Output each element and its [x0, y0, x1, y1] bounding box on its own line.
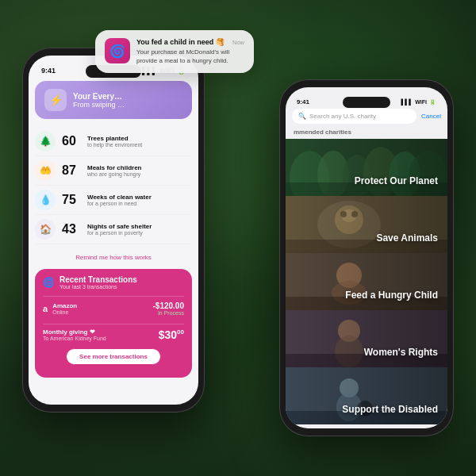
charity-feed-child[interactable]: Feed a Hungry Child: [286, 253, 447, 310]
charity-protect-planet[interactable]: Protect Our Planet: [286, 139, 447, 196]
remind-link[interactable]: Remind me how this works: [29, 249, 198, 266]
transaction-amazon: a Amazon Online -$120.00 In Process: [43, 296, 184, 321]
notification-popup: 🌀 You fed a child in need 🥞 Now Your pur…: [95, 30, 254, 73]
amazon-logo: a: [43, 304, 48, 313]
charity-save-animals[interactable]: Save Animals: [286, 196, 447, 253]
stat-trees-desc: Trees planted: [87, 135, 142, 142]
notification-body: Your purchase at McDonald's will provide…: [136, 48, 244, 65]
monthly-sublabel: To American Kidney Fund: [43, 336, 106, 341]
transactions-subtitle: Your last 3 transactions: [60, 284, 137, 290]
charity-womens-rights[interactable]: Women's Rights: [286, 310, 447, 367]
time-left: 9:41: [41, 67, 56, 75]
charity-feed-child-overlay: [286, 253, 447, 310]
charity-list: Protect Our Planet Save Animals: [286, 139, 447, 424]
monthly-amount: $30: [159, 328, 177, 341]
notification-content: You fed a child in need 🥞 Now Your purch…: [136, 38, 244, 65]
shelter-icon: 🏠: [35, 219, 56, 240]
phone-left-screen: 9:41 ▌▌▌ WiFi 🔋 ⚡ Your Every… From swipi…: [29, 56, 198, 405]
charity-protect-planet-label: Protect Our Planet: [355, 175, 438, 186]
stat-meals-subdesc: who are going hungry: [87, 171, 141, 177]
cancel-button[interactable]: Cancel: [421, 113, 441, 120]
monthly-label: Monthly giving ❤: [43, 328, 106, 336]
transaction-type: Online: [52, 309, 77, 315]
monthly-cents: 00: [177, 328, 184, 336]
search-icon: 🔍: [298, 113, 306, 120]
charity-save-animals-overlay: [286, 196, 447, 253]
phone-left: 9:41 ▌▌▌ WiFi 🔋 ⚡ Your Every… From swipi…: [22, 48, 205, 413]
phone-right: 9:41 ▌▌▌ WiFi 🔋 🔍 Search any U.S. charit…: [279, 79, 454, 436]
header-subtitle: From swiping …: [73, 101, 125, 109]
meals-icon: 🤲: [35, 160, 56, 181]
transactions-icon: 🌀: [43, 277, 55, 288]
search-input-container[interactable]: 🔍 Search any U.S. charity: [292, 109, 416, 124]
stat-trees-number: 60: [62, 134, 81, 148]
lightning-icon: ⚡: [44, 89, 67, 111]
transactions-header: 🌀 Recent Transactions Your last 3 transa…: [43, 275, 184, 290]
transaction-status: In Process: [153, 310, 184, 316]
phone-right-notch: [343, 97, 390, 108]
search-placeholder: Search any U.S. charity: [309, 113, 376, 120]
stat-water-number: 75: [62, 193, 81, 207]
transactions-card: 🌀 Recent Transactions Your last 3 transa…: [35, 269, 192, 378]
transaction-amount: -$120.00: [153, 301, 184, 310]
transactions-title: Recent Transactions: [60, 275, 137, 284]
transaction-name: Amazon: [52, 302, 77, 309]
charity-feed-child-label: Feed a Hungry Child: [345, 290, 438, 301]
charity-support-disabled-label: Support the Disabled: [342, 404, 438, 415]
charity-protect-planet-overlay: [286, 139, 447, 196]
water-icon: 💧: [35, 190, 56, 210]
stat-shelter-number: 43: [62, 222, 81, 236]
status-icons-right: ▌▌▌ WiFi 🔋: [401, 99, 436, 106]
tree-icon: 🌲: [35, 131, 56, 152]
stat-meals-desc: Meals for children: [87, 164, 141, 171]
charity-womens-rights-label: Women's Rights: [364, 347, 438, 358]
stats-list: 🌲 60 Trees planted to help the enviromen…: [29, 122, 198, 249]
stat-meals: 🤲 87 Meals for children who are going hu…: [35, 156, 192, 186]
stat-water: 💧 75 Weeks of clean water for a person i…: [35, 186, 192, 215]
notification-time: Now: [232, 39, 244, 46]
section-label: mmended charities: [286, 127, 447, 139]
stat-shelter-desc: Nights of safe shelter: [87, 223, 152, 230]
phone-right-screen: 9:41 ▌▌▌ WiFi 🔋 🔍 Search any U.S. charit…: [286, 87, 447, 428]
notification-title: You fed a child in need 🥞: [136, 38, 225, 46]
stat-trees: 🌲 60 Trees planted to help the enviromen…: [35, 127, 192, 156]
search-bar: 🔍 Search any U.S. charity Cancel: [286, 109, 447, 124]
monthly-giving: Monthly giving ❤ To American Kidney Fund…: [43, 324, 184, 342]
stat-shelter: 🏠 43 Nights of safe shelter for a person…: [35, 215, 192, 244]
stat-water-desc: Weeks of clean water: [87, 194, 152, 201]
stat-water-subdesc: for a person in need: [87, 201, 152, 206]
time-right: 9:41: [297, 98, 309, 106]
stat-shelter-subdesc: for a person in poverty: [87, 230, 152, 236]
charity-womens-rights-overlay: [286, 310, 447, 367]
stat-trees-subdesc: to help the enviroment: [87, 142, 142, 148]
header-title: Your Every…: [73, 92, 125, 101]
charity-support-disabled-overlay: [286, 367, 447, 424]
charity-support-disabled[interactable]: Support the Disabled: [286, 367, 447, 424]
charity-save-animals-label: Save Animals: [376, 232, 438, 244]
see-more-button[interactable]: See more transactions: [66, 348, 161, 365]
notification-app-icon: 🌀: [105, 38, 130, 63]
header-card: ⚡ Your Every… From swiping …: [35, 81, 192, 119]
stat-meals-number: 87: [62, 163, 81, 178]
